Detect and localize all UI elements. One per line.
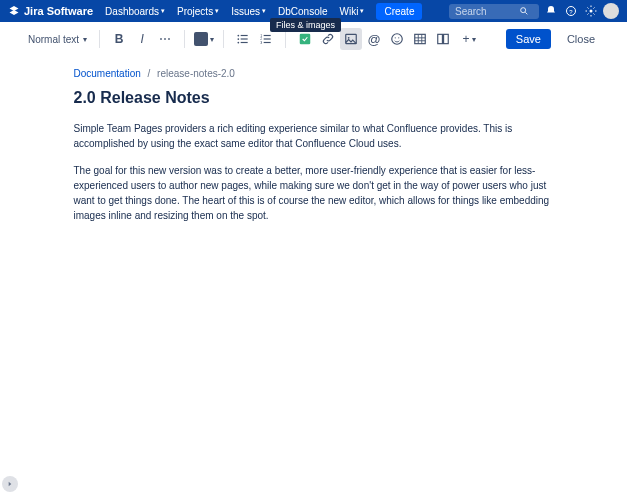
separator xyxy=(285,30,286,48)
tooltip-files-images: Files & images xyxy=(270,18,341,32)
chevron-down-icon: ▾ xyxy=(472,35,476,44)
insert-menu-button[interactable]: +▾ xyxy=(455,28,483,50)
svg-rect-11 xyxy=(264,35,271,36)
svg-point-19 xyxy=(392,34,403,45)
more-formatting-button[interactable]: ⋯ xyxy=(154,28,176,50)
save-button[interactable]: Save xyxy=(506,29,551,49)
chevron-down-icon: ▾ xyxy=(161,7,165,15)
table-button[interactable] xyxy=(409,28,431,50)
svg-point-4 xyxy=(238,35,240,37)
svg-rect-5 xyxy=(241,35,248,36)
nav-dbconsole-label: DbConsole xyxy=(278,6,327,17)
breadcrumb-parent[interactable]: Documentation xyxy=(74,68,141,79)
chevron-right-icon xyxy=(6,480,14,488)
svg-rect-15 xyxy=(264,42,271,43)
breadcrumb: Documentation / release-notes-2.0 xyxy=(74,68,554,79)
search-input[interactable] xyxy=(455,6,515,17)
svg-rect-7 xyxy=(241,38,248,39)
help-icon[interactable]: ? xyxy=(563,3,579,19)
color-swatch xyxy=(194,32,208,46)
settings-icon[interactable] xyxy=(583,3,599,19)
text-color-button[interactable]: ▾ xyxy=(193,28,215,50)
breadcrumb-separator: / xyxy=(148,68,151,79)
nav-dashboards-label: Dashboards xyxy=(105,6,159,17)
svg-point-18 xyxy=(348,37,350,39)
svg-rect-23 xyxy=(438,34,443,43)
chevron-down-icon: ▾ xyxy=(360,7,364,15)
svg-point-21 xyxy=(398,37,399,38)
svg-rect-24 xyxy=(444,34,449,43)
paragraph-2[interactable]: The goal for this new version was to cre… xyxy=(74,163,554,223)
emoji-button[interactable] xyxy=(386,28,408,50)
page-title[interactable]: 2.0 Release Notes xyxy=(74,89,554,107)
chevron-down-icon: ▾ xyxy=(83,35,87,44)
layouts-button[interactable] xyxy=(432,28,454,50)
svg-point-3 xyxy=(590,10,593,13)
svg-point-0 xyxy=(521,8,526,13)
svg-rect-9 xyxy=(241,42,248,43)
svg-rect-22 xyxy=(415,34,426,43)
separator xyxy=(99,30,100,48)
create-button[interactable]: Create xyxy=(376,3,422,20)
nav-projects[interactable]: Projects▾ xyxy=(173,4,223,19)
nav-wiki-label: Wiki xyxy=(340,6,359,17)
nav-dashboards[interactable]: Dashboards▾ xyxy=(101,4,169,19)
svg-rect-13 xyxy=(264,38,271,39)
svg-point-8 xyxy=(238,42,240,44)
paragraph-1[interactable]: Simple Team Pages providers a rich editi… xyxy=(74,121,554,151)
text-style-select[interactable]: Normal text ▾ xyxy=(24,32,91,47)
text-style-label: Normal text xyxy=(28,34,79,45)
chevron-down-icon: ▾ xyxy=(210,35,214,44)
svg-point-6 xyxy=(238,38,240,40)
jira-icon xyxy=(8,5,20,17)
search-icon xyxy=(519,6,529,16)
nav-dbconsole[interactable]: DbConsole xyxy=(274,4,331,19)
avatar[interactable] xyxy=(603,3,619,19)
mention-button[interactable]: @ xyxy=(363,28,385,50)
svg-text:3: 3 xyxy=(260,41,262,45)
bullet-list-button[interactable] xyxy=(232,28,254,50)
document[interactable]: Documentation / release-notes-2.0 2.0 Re… xyxy=(74,68,554,223)
jira-logo[interactable]: Jira Software xyxy=(8,5,93,17)
editor-body: Documentation / release-notes-2.0 2.0 Re… xyxy=(0,56,627,247)
svg-text:?: ? xyxy=(569,9,573,15)
chevron-down-icon: ▾ xyxy=(262,7,266,15)
product-name: Jira Software xyxy=(24,5,93,17)
nav-issues[interactable]: Issues▾ xyxy=(227,4,270,19)
breadcrumb-current: release-notes-2.0 xyxy=(157,68,235,79)
search-box[interactable] xyxy=(449,4,539,19)
files-images-button[interactable] xyxy=(340,28,362,50)
notifications-icon[interactable] xyxy=(543,3,559,19)
svg-rect-16 xyxy=(300,34,311,45)
nav-wiki[interactable]: Wiki▾ xyxy=(336,4,369,19)
nav-projects-label: Projects xyxy=(177,6,213,17)
expand-sidebar-button[interactable] xyxy=(2,476,18,492)
separator xyxy=(184,30,185,48)
svg-point-20 xyxy=(395,37,396,38)
italic-button[interactable]: I xyxy=(131,28,153,50)
close-button[interactable]: Close xyxy=(559,29,603,49)
nav-issues-label: Issues xyxy=(231,6,260,17)
chevron-down-icon: ▾ xyxy=(215,7,219,15)
separator xyxy=(223,30,224,48)
bold-button[interactable]: B xyxy=(108,28,130,50)
